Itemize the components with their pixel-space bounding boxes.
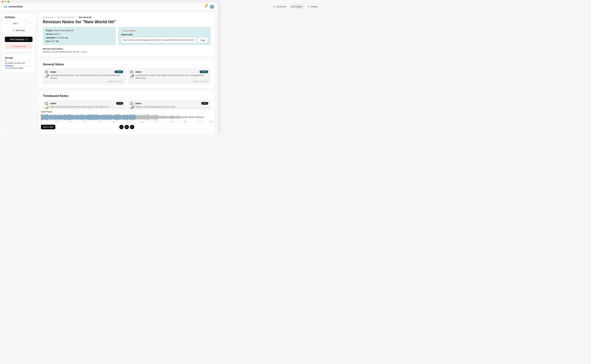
notification-count: 8 [206,4,208,6]
client-link-label: Client Link: [121,33,208,36]
comment-count-badge: 0 [47,75,49,76]
timeline[interactable]: 0:301:001:302:002:303:003:304:004:305:00… [41,121,213,123]
header-panel: My Projects Top Of The Charts EP New Wor… [39,13,215,57]
edit-icon [13,29,15,31]
window-maximize[interactable] [7,1,9,2]
breadcrumb-item[interactable]: My Projects [43,16,53,19]
button-label: View Clientpage [10,38,24,40]
skip-forward-icon [131,126,133,128]
note-text: I'd like to have the guitar down here ju… [135,106,208,108]
note-card: 0 Adam General I envisioned the song to … [128,68,211,84]
timeline-tick: 6:00 [210,121,213,123]
button-label: Edit Song [16,29,24,32]
view-clientpage-button[interactable]: View Clientpage [5,37,33,42]
brand-name: revisionflow [8,5,23,8]
note-author: Adam [135,102,141,105]
brand[interactable]: revisionflow [4,5,23,8]
window-minimize[interactable] [5,1,6,2]
chevron-right-icon [76,17,78,18]
section-title: Timebased Notes [43,94,211,98]
description-label: Revision Description: [43,48,211,50]
note-author: Adam [50,71,56,73]
actions-title: Actions [5,16,33,19]
note-checkbox[interactable] [130,102,133,105]
skip-back-icon [121,126,122,128]
page-title: Revision Notes for "New World Hit" [43,20,211,24]
note-author: Adam [135,71,141,73]
next-button[interactable] [130,125,134,129]
window-titlebar [0,0,218,3]
audio-player: Audio Player 0:301:001:302:002:303:003:3… [39,109,215,132]
copy-button[interactable]: Copy [198,37,208,43]
button-label: Delete Song [14,45,26,47]
note-timestamp-tag[interactable]: 02:39 [201,102,208,105]
timeline-tick: :30 [55,121,57,123]
storage-usage-bar [5,61,33,61]
timeline-tick: 1:00 [69,121,72,123]
storage-card: Storage 167.8 MB of 4.0 GB used 3 of 10 … [2,54,35,73]
mix-selector[interactable]: MIX C [5,21,27,26]
mix-collapse-button[interactable] [27,21,33,26]
section-title: General Notes [43,63,211,66]
comment-button[interactable]: 0 [45,75,48,78]
note-timestamp-tag[interactable]: 01:53 [116,102,123,105]
left-sidebar: Actions MIX C Edit Song View Clientpage [0,10,37,134]
external-link-icon [26,39,27,40]
chevron-right-icon [54,17,55,18]
timeline-tick: 3:30 [141,121,144,123]
note-checkbox[interactable] [45,71,48,73]
download-disabled-badge: Download disabled [121,30,137,32]
pause-button[interactable] [125,125,129,129]
svg-rect-1 [126,127,127,128]
projects-usage-text: 3 of 10 Projects added [5,67,33,69]
waveform[interactable] [41,114,213,121]
note-checkbox[interactable] [130,71,133,73]
projects-usage-bar [5,65,33,66]
timeline-tick: 4:00 [155,121,158,123]
song-info-box: Project: Top Of The Charts EP Version: M… [43,27,116,45]
storage-usage-text: 167.8 MB of 4.0 GB used [5,62,33,64]
timeline-tick: 2:00 [98,121,101,123]
comment-count-badge: 0 [132,106,134,108]
topbar: revisionflow Dashboard Projects Settings… [0,3,218,10]
actions-card: Actions MIX C Edit Song View Clientpage [2,13,35,52]
note-meta: added 21 hours ago [135,80,208,82]
audio-player-title: Audio Player [41,111,213,113]
note-text: What do you think about turning the drum… [50,106,123,108]
client-link-box: Download disabled Client Link: http://lo… [118,27,211,45]
trash-icon [12,46,13,47]
note-meta: added 21 hours ago [50,80,123,82]
timeline-tick: 5:00 [184,121,187,123]
note-card: 0 Adam General I generally like the vibe… [43,68,126,84]
timeline-tick: 3:00 [127,121,130,123]
comment-count-badge: 0 [132,75,134,76]
breadcrumb-current: New World Hit [79,16,91,19]
note-author: Adam [50,102,56,105]
comment-button[interactable]: 0 [130,75,133,78]
chevron-left-icon [29,23,31,24]
delete-song-button[interactable]: Delete Song [5,44,33,49]
note-general-tag: General [200,71,208,73]
note-checkbox[interactable] [45,102,48,105]
breadcrumb: My Projects Top Of The Charts EP New Wor… [43,16,211,19]
notifications-button[interactable]: 8 [204,5,207,8]
general-notes-panel: General Notes 0 Adam General I generally… [39,59,215,88]
breadcrumb-item[interactable]: Top Of The Charts EP [57,16,75,19]
note-text: I envisioned the song to have slightly m… [135,74,208,79]
timeline-tick: 5:30 [198,121,201,123]
client-link-input[interactable]: http://localhost:3000/clientpage/66336ca… [121,37,196,43]
svg-rect-2 [127,127,127,128]
prev-button[interactable] [119,125,124,129]
comment-count-badge: 2 [47,106,49,108]
timeline-tick: 1:30 [84,121,87,123]
note-general-tag: General [114,71,123,73]
timeline-tick: 0 [41,121,42,123]
window-close[interactable] [2,1,4,2]
avatar[interactable] [210,5,214,9]
description-text: Worked on all the feedback from "MIX B" … [43,51,211,53]
note-text: I generally like the vibe now - just fee… [50,74,123,79]
skip-to-start-button[interactable]: Skip to Start [41,125,55,129]
edit-song-button[interactable]: Edit Song [5,28,33,33]
timeline-tick: 2:30 [113,121,115,123]
wave-logo-icon [4,5,7,8]
